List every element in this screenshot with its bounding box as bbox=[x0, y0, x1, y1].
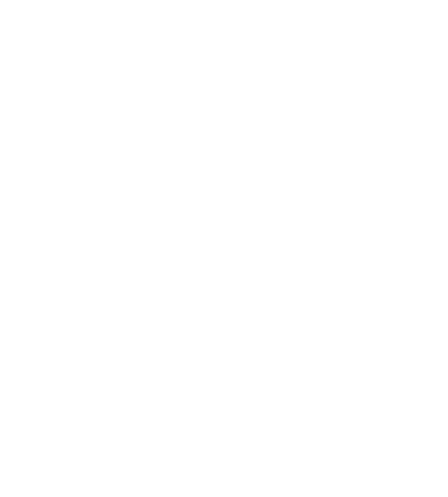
code-container bbox=[6, 52, 448, 497]
